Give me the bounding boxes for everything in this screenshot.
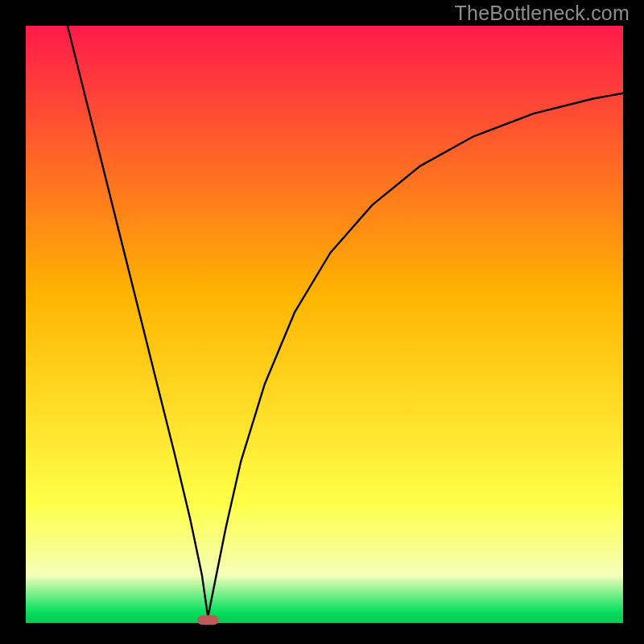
watermark-label: TheBottleneck.com bbox=[455, 2, 630, 25]
bottleneck-chart bbox=[0, 0, 644, 644]
gradient-plot-area bbox=[26, 26, 623, 623]
minimum-marker bbox=[197, 615, 218, 625]
chart-frame: TheBottleneck.com bbox=[0, 0, 644, 644]
